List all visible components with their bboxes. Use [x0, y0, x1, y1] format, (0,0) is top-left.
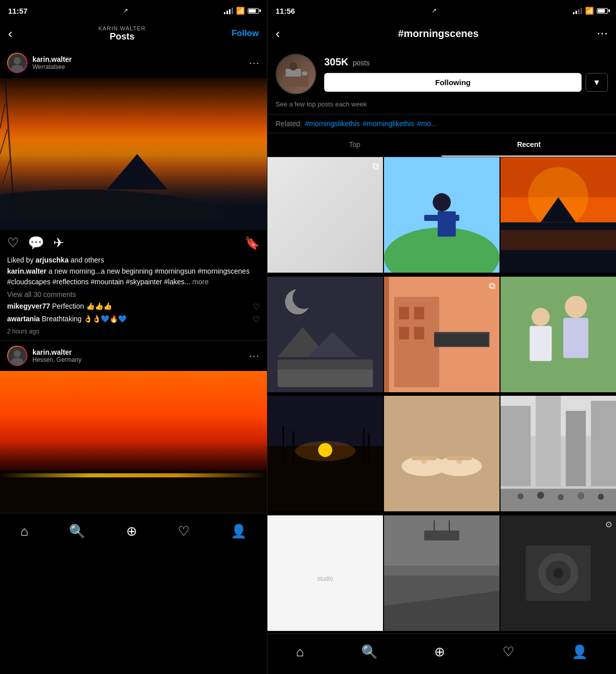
svg-rect-42	[500, 277, 616, 392]
svg-rect-53	[363, 428, 364, 466]
tab-top[interactable]: Top	[267, 133, 442, 157]
comment2-username[interactable]: awartania	[7, 315, 40, 323]
post1-caption: karin.walter a new morning...a new begin…	[0, 266, 267, 290]
post1-more-button[interactable]: ···	[249, 58, 260, 68]
svg-point-0	[14, 57, 21, 64]
search-nav-icon-right[interactable]: 🔍	[361, 644, 377, 660]
home-nav-icon-right[interactable]: ⌂	[296, 644, 304, 660]
post2-more-button[interactable]: ···	[249, 351, 260, 361]
related-tag-3[interactable]: #mo...	[417, 120, 437, 128]
more-button[interactable]: more	[192, 278, 209, 286]
home-nav-icon[interactable]: ⌂	[20, 523, 28, 539]
grid-cell-11[interactable]	[384, 515, 499, 631]
svg-point-28	[293, 286, 315, 309]
related-tag-1[interactable]: #morningslikethis	[305, 120, 360, 128]
comment1-username[interactable]: mikegyver77	[7, 302, 50, 310]
grid-cell-5[interactable]: ⧉	[384, 277, 499, 392]
svg-rect-78	[424, 530, 459, 540]
grid-cell-10[interactable]: studio	[267, 515, 383, 631]
following-button[interactable]: Following	[324, 73, 582, 92]
signal-icon-right	[573, 8, 582, 14]
search-nav-icon[interactable]: 🔍	[69, 523, 85, 539]
hashtag-title: #morningscenes	[286, 28, 591, 40]
heart-nav-icon[interactable]: ♡	[178, 523, 189, 539]
svg-rect-44	[563, 318, 589, 358]
more-options-button[interactable]: ⋯	[597, 27, 608, 40]
svg-point-50	[295, 441, 356, 461]
comment1-like-button[interactable]: ♡	[253, 302, 260, 312]
svg-point-10	[289, 62, 297, 70]
location-arrow-icon: ↗	[123, 7, 128, 14]
grid-cell-12[interactable]: ⊙	[500, 515, 616, 631]
view-comments-button[interactable]: View all 30 comments	[0, 290, 267, 301]
svg-rect-46	[529, 326, 552, 361]
profile-nav-icon[interactable]: 👤	[230, 523, 247, 539]
grid-cell-8[interactable]	[384, 396, 499, 511]
nav-posts-label: Posts	[98, 31, 145, 42]
status-bar-left: 11:57 ↗ 📶	[0, 0, 267, 19]
svg-rect-36	[399, 307, 409, 319]
likes-suffix: and others	[68, 256, 104, 264]
svg-point-70	[537, 492, 544, 499]
liker-name[interactable]: arjuschka	[35, 256, 68, 264]
image-grid: ⧉	[267, 157, 616, 633]
svg-line-5	[3, 159, 10, 184]
like-button[interactable]: ♡	[7, 235, 19, 251]
avatar-inner-post2	[8, 347, 26, 365]
tab-recent[interactable]: Recent	[442, 133, 616, 157]
wifi-icon: 📶	[236, 7, 245, 15]
multi-icon-1: ⧉	[372, 161, 379, 172]
post2-user-info: karin.walter Hessen, Germany	[7, 346, 82, 366]
post1-username[interactable]: karin.walter	[32, 55, 72, 63]
horizon-glow	[0, 473, 267, 477]
status-icons-right: 📶	[573, 7, 608, 15]
left-panel: 11:57 ↗ 📶 ‹ KARIN.WALTER Posts Follow	[0, 0, 267, 674]
svg-rect-35	[384, 277, 389, 392]
grid-cell-6[interactable]	[500, 277, 616, 392]
grid-cell-2[interactable]	[384, 157, 499, 273]
share-button[interactable]: ✈	[53, 235, 64, 251]
hashtag-info: 305K posts Following ▼	[324, 56, 608, 92]
wifi-icon-right: 📶	[585, 7, 594, 15]
grid-cell-9[interactable]	[500, 396, 616, 511]
add-nav-icon[interactable]: ⊕	[126, 523, 137, 539]
related-tag-2[interactable]: #morninglikethis	[363, 120, 414, 128]
post1-time: 2 hours ago	[0, 326, 267, 340]
posts-count-number: 305K	[324, 56, 349, 67]
profile-nav-icon-right[interactable]: 👤	[571, 644, 588, 660]
svg-rect-61	[447, 456, 472, 460]
signal-icon	[224, 8, 233, 14]
post1-action-bar: ♡ 💬 ✈ 🔖	[0, 230, 267, 256]
comment-row-1: mikegyver77 Perfection 👍👍👍 ♡	[0, 301, 267, 313]
dropdown-arrow-button[interactable]: ▼	[586, 73, 608, 92]
post1-likes: Liked by arjuschka and others	[0, 256, 267, 266]
add-nav-icon-right[interactable]: ⊕	[434, 644, 445, 660]
svg-point-43	[565, 295, 587, 318]
comment1-content: mikegyver77 Perfection 👍👍👍	[7, 302, 112, 310]
likes-text: Liked by	[7, 256, 35, 264]
hashtag-profile: 305K posts Following ▼	[267, 48, 616, 100]
comment-row-2: awartania Breathtaking 👌👌💙🔥💙 ♡	[0, 313, 267, 326]
hashtag-avatar-inner	[277, 55, 315, 93]
comment-button[interactable]: 💬	[28, 235, 44, 251]
back-button-right[interactable]: ‹	[276, 26, 280, 42]
back-button[interactable]: ‹	[8, 26, 13, 42]
follow-button[interactable]: Follow	[232, 28, 259, 39]
svg-rect-60	[412, 456, 437, 460]
svg-point-71	[558, 494, 564, 500]
comment2-like-button[interactable]: ♡	[253, 315, 260, 324]
grid-cell-4[interactable]	[267, 277, 383, 392]
svg-rect-18	[442, 215, 459, 221]
svg-rect-25	[500, 230, 616, 250]
grid-cell-1[interactable]: ⧉	[267, 157, 383, 273]
comment2-text: Breathtaking 👌👌💙🔥💙	[42, 315, 127, 323]
bookmark-button[interactable]: 🔖	[245, 236, 260, 250]
bottom-nav-right: ⌂ 🔍 ⊕ ♡ 👤	[267, 633, 616, 674]
grid-cell-7[interactable]	[267, 396, 383, 511]
svg-rect-51	[283, 426, 284, 466]
post2-username[interactable]: karin.walter	[32, 348, 82, 356]
caption-username[interactable]: karin.walter	[7, 267, 47, 275]
related-tags-row: Related: #morningslikethis #morningliket…	[267, 114, 616, 133]
grid-cell-3[interactable]	[500, 157, 616, 273]
heart-nav-icon-right[interactable]: ♡	[503, 644, 514, 660]
